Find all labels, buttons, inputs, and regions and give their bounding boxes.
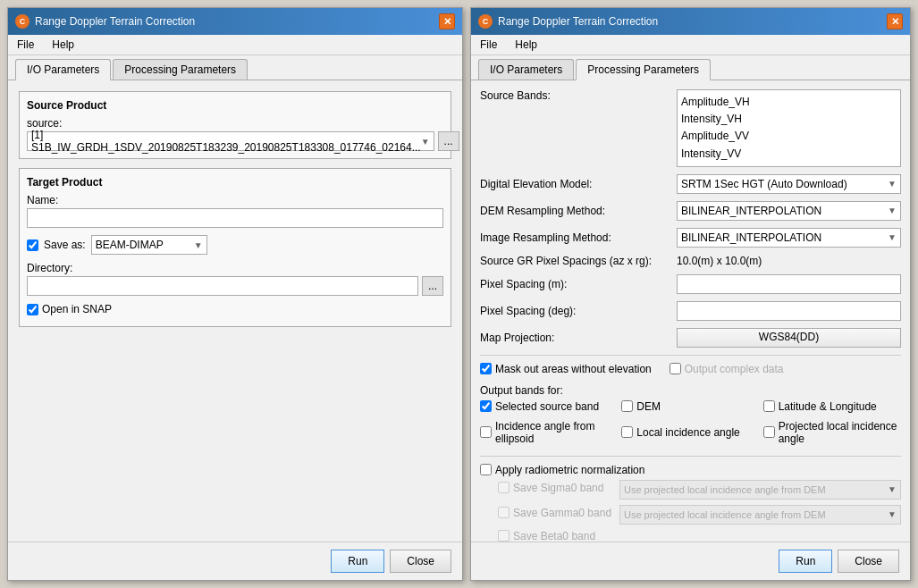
right-run-btn[interactable]: Run xyxy=(779,550,832,573)
dem-resampling-arrow: ▼ xyxy=(888,206,897,215)
left-menu-help[interactable]: Help xyxy=(46,37,80,53)
dem-out-checkbox[interactable] xyxy=(621,400,633,412)
map-proj-btn[interactable]: WGS84(DD) xyxy=(677,328,901,348)
incidence-ellipsoid-row: Incidence angle from ellipsoid xyxy=(480,420,618,445)
image-resampling-val: BILINEAR_INTERPOLATION xyxy=(681,231,821,244)
output-complex-checkbox[interactable] xyxy=(670,363,681,374)
name-input[interactable]: CG_S1B_IW_GRDH_1SDV_20190825T183239_2019… xyxy=(27,208,443,228)
gamma0-checkbox[interactable] xyxy=(498,507,510,518)
left-dialog-title: Range Doppler Terrain Correction xyxy=(35,15,195,28)
open-snap-checkbox[interactable] xyxy=(27,304,38,315)
dir-input[interactable]: D:\CorreccionGeometrica xyxy=(27,276,418,296)
saveas-checkbox[interactable] xyxy=(27,239,38,251)
mask-row: Mask out areas without elevation Output … xyxy=(480,363,901,379)
source-combo[interactable]: [1] S1B_IW_GRDH_1SDV_20190825T183239_201… xyxy=(27,131,434,151)
left-footer: Run Close xyxy=(8,542,462,580)
divider1 xyxy=(480,355,901,356)
local-incidence-checkbox[interactable] xyxy=(621,426,633,438)
incidence-ellipsoid-checkbox[interactable] xyxy=(480,426,492,438)
right-close-dialog-btn[interactable]: Close xyxy=(838,550,899,573)
dem-resampling-combo[interactable]: BILINEAR_INTERPOLATION ▼ xyxy=(677,201,901,221)
right-title-bar: C Range Doppler Terrain Correction ✕ xyxy=(471,8,910,35)
selected-source-checkbox[interactable] xyxy=(480,400,492,412)
band-amplitude-vh: Amplitude_VH xyxy=(681,94,897,111)
beta0-row: Save Beta0 band xyxy=(498,530,901,542)
dem-label: Digital Elevation Model: xyxy=(480,178,677,190)
local-incidence-label: Local incidence angle xyxy=(636,426,739,439)
gamma0-checkbox-row: Save Gamma0 band xyxy=(498,507,614,519)
map-proj-value: WGS84(DD) xyxy=(677,328,901,348)
lat-lon-row: Latitude & Longitude xyxy=(763,400,901,413)
dem-combo-value: SRTM 1Sec HGT (Auto Download) xyxy=(681,178,847,190)
image-resampling-value: BILINEAR_INTERPOLATION ▼ xyxy=(677,228,901,248)
target-product-title: Target Product xyxy=(27,176,443,189)
right-dialog: C Range Doppler Terrain Correction ✕ Fil… xyxy=(470,7,911,581)
saveas-value: BEAM-DIMAP xyxy=(96,239,164,251)
pixel-m-input[interactable]: 10.0 xyxy=(677,274,901,294)
saveas-combo[interactable]: BEAM-DIMAP ▼ xyxy=(91,235,207,255)
pixel-deg-input[interactable]: 8.983152841195215E-5 xyxy=(677,301,901,321)
pixel-m-label: Pixel Spacing (m): xyxy=(480,278,677,290)
pixel-deg-row: Pixel Spacing (deg): 8.983152841195215E-… xyxy=(480,301,901,321)
sigma0-combo[interactable]: Use projected local incidence angle from… xyxy=(619,480,901,500)
mask-out-row: Mask out areas without elevation xyxy=(480,363,652,375)
left-menu-file[interactable]: File xyxy=(12,37,39,53)
left-tab-io[interactable]: I/O Parameters xyxy=(15,59,111,80)
sigma0-checkbox[interactable] xyxy=(498,482,510,493)
band-intensity-vh: Intensity_VH xyxy=(681,111,897,128)
projected-local-checkbox[interactable] xyxy=(763,426,775,438)
left-content: Source Product source: [1] S1B_IW_GRDH_1… xyxy=(8,80,462,542)
output-bands-grid1: Selected source band DEM Latitude & Long… xyxy=(480,400,901,416)
dir-dots-btn[interactable]: ... xyxy=(422,276,443,296)
right-content: Source Bands: Amplitude_VH Intensity_VH … xyxy=(471,80,910,542)
apply-radiometric-row: Apply radiometric normalization xyxy=(480,464,901,476)
dem-resampling-row: DEM Resampling Method: BILINEAR_INTERPOL… xyxy=(480,201,901,221)
pixel-deg-value: 8.983152841195215E-5 xyxy=(677,301,901,321)
apply-radiometric-checkbox[interactable] xyxy=(480,464,492,475)
open-snap-label: Open in SNAP xyxy=(42,303,112,315)
image-resampling-row: Image Resampling Method: BILINEAR_INTERP… xyxy=(480,228,901,248)
mask-out-checkbox[interactable] xyxy=(480,363,492,374)
pixel-az-label: Source GR Pixel Spacings (az x rg): xyxy=(480,255,677,267)
output-complex-row: Output complex data xyxy=(670,363,784,375)
map-proj-label: Map Projection: xyxy=(480,332,677,344)
sigma0-checkbox-row: Save Sigma0 band xyxy=(498,482,614,494)
left-menu-bar: File Help xyxy=(8,35,462,55)
image-resampling-label: Image Resampling Method: xyxy=(480,231,677,244)
left-run-btn[interactable]: Run xyxy=(331,550,384,573)
right-close-btn[interactable]: ✕ xyxy=(887,13,903,29)
apply-radiometric-label: Apply radiometric normalization xyxy=(495,464,644,476)
dem-combo-arrow: ▼ xyxy=(888,179,897,189)
pixel-az-row: Source GR Pixel Spacings (az x rg): 10.0… xyxy=(480,255,901,267)
app-icon: C xyxy=(15,14,29,29)
saveas-label: Save as: xyxy=(44,239,86,251)
lat-lon-checkbox[interactable] xyxy=(763,400,775,412)
title-bar-left: C Range Doppler Terrain Correction xyxy=(15,14,195,29)
left-dialog: C Range Doppler Terrain Correction ✕ Fil… xyxy=(7,7,463,581)
source-dots-btn[interactable]: ... xyxy=(438,131,459,151)
output-complex-label: Output complex data xyxy=(685,363,784,375)
sigma0-combo-arrow: ▼ xyxy=(888,484,897,494)
name-label: Name: xyxy=(27,194,443,206)
left-tab-proc[interactable]: Processing Parameters xyxy=(113,59,248,80)
image-resampling-combo[interactable]: BILINEAR_INTERPOLATION ▼ xyxy=(677,228,901,248)
beta0-checkbox[interactable] xyxy=(498,530,510,542)
right-menu-help[interactable]: Help xyxy=(510,37,543,53)
left-close-dialog-btn[interactable]: Close xyxy=(390,550,451,573)
dem-combo[interactable]: SRTM 1Sec HGT (Auto Download) ▼ xyxy=(677,174,901,194)
right-title-left: C Range Doppler Terrain Correction xyxy=(478,14,658,29)
bands-list[interactable]: Amplitude_VH Intensity_VH Amplitude_VV I… xyxy=(677,89,901,167)
gamma0-combo-arrow: ▼ xyxy=(888,509,897,519)
right-tab-proc[interactable]: Processing Parameters xyxy=(576,59,711,80)
pixel-m-row: Pixel Spacing (m): 10.0 xyxy=(480,274,901,294)
right-menu-file[interactable]: File xyxy=(475,37,502,53)
output-bands-title: Output bands for: xyxy=(480,384,901,397)
right-tab-io[interactable]: I/O Parameters xyxy=(478,59,574,80)
left-close-btn[interactable]: ✕ xyxy=(439,13,455,29)
projected-local-label: Projected local incidence angle xyxy=(779,420,901,445)
open-snap-row: Open in SNAP xyxy=(27,303,443,315)
norm-sub-section: Save Sigma0 band Use projected local inc… xyxy=(498,480,901,542)
saveas-row: Save as: BEAM-DIMAP ▼ xyxy=(27,235,443,255)
gamma0-combo[interactable]: Use projected local incidence angle from… xyxy=(619,505,901,525)
left-tabs: I/O Parameters Processing Parameters xyxy=(8,55,462,80)
